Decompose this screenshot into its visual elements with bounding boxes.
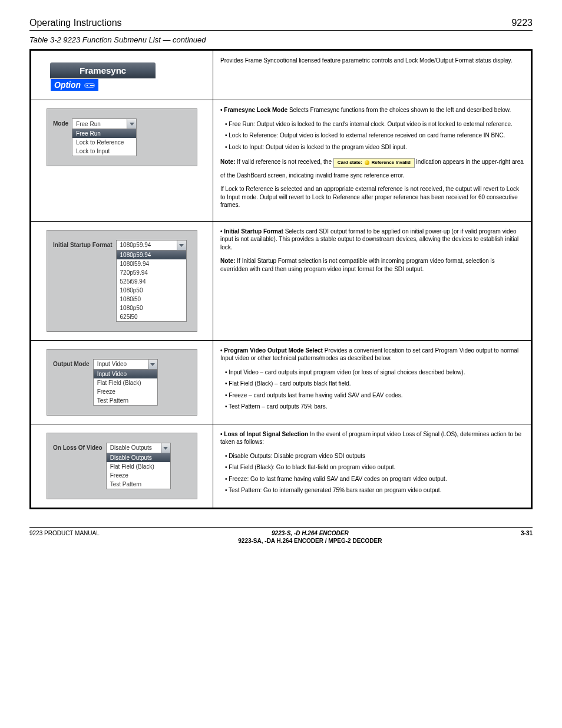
list-item[interactable]: 1080i59.94 bbox=[117, 259, 186, 268]
output-bullet-1: • Input Video – card outputs input progr… bbox=[220, 368, 524, 377]
startup-select[interactable]: 1080p59.94 bbox=[116, 240, 187, 251]
output-bullet-3: • Freeze – card outputs last frame havin… bbox=[220, 391, 524, 400]
svg-marker-5 bbox=[150, 363, 155, 366]
list-item[interactable]: Free Run bbox=[72, 129, 136, 138]
output-options[interactable]: Input Video Flat Field (Black) Freeze Te… bbox=[93, 370, 158, 406]
list-item[interactable]: Freeze bbox=[94, 387, 157, 396]
loss-label: On Loss Of Video bbox=[53, 443, 103, 451]
loss-cell: On Loss Of Video Disable Outputs Disable… bbox=[31, 424, 213, 508]
chevron-down-icon bbox=[148, 360, 157, 369]
mode-bullet-3: • Lock to Input: Output video is locked … bbox=[220, 143, 524, 151]
page-footer: 9223 PRODUCT MANUAL 9223-S, -D H.264 ENC… bbox=[29, 527, 533, 544]
list-item[interactable]: Flat Field (Black) bbox=[94, 378, 157, 387]
svg-marker-4 bbox=[179, 244, 184, 247]
loss-bullet-2: • Flat Field (Black): Go to black flat-f… bbox=[220, 463, 524, 472]
loss-bullet-1: • Disable Outputs: Disable program video… bbox=[220, 452, 524, 460]
card-state-label: Card state: bbox=[338, 160, 362, 166]
status-led-icon bbox=[365, 160, 369, 165]
loss-panel: On Loss Of Video Disable Outputs Disable… bbox=[47, 433, 197, 499]
loss-select[interactable]: Disable Outputs bbox=[106, 443, 171, 453]
banner-cell: Framesync Option bbox=[31, 50, 213, 100]
startup-selected: 1080p59.94 bbox=[117, 241, 177, 249]
loss-selected: Disable Outputs bbox=[107, 443, 161, 452]
list-item[interactable]: Lock to Reference bbox=[72, 138, 136, 147]
banner-desc-cell: Provides Frame Syncootional licensed fea… bbox=[213, 50, 532, 100]
key-icon bbox=[84, 82, 95, 89]
output-selected: Input Video bbox=[94, 360, 148, 368]
header-right: 9223 bbox=[511, 18, 533, 28]
startup-heading: • Initial Startup Format bbox=[220, 228, 283, 235]
mode-bullet-1: • Free Run: Output video is locked to th… bbox=[220, 120, 524, 129]
mode-desc-cell: • Framesync Lock Mode Selects Framesync … bbox=[213, 100, 532, 222]
list-item[interactable]: Test Pattern bbox=[107, 480, 170, 489]
startup-note: If Initial Startup Format selection is n… bbox=[220, 258, 495, 272]
page-header: Operating Instructions 9223 bbox=[29, 18, 533, 31]
startup-desc-cell: • Initial Startup Format Selects card SD… bbox=[213, 221, 532, 340]
svg-marker-3 bbox=[130, 123, 134, 126]
note-label: Note: bbox=[220, 258, 236, 264]
chevron-down-icon bbox=[127, 119, 136, 129]
output-bullet-2: • Flat Field (Black) – card outputs blac… bbox=[220, 380, 524, 388]
framesync-title: Framesync bbox=[50, 62, 156, 78]
mode-heading: • Framesync Lock Mode bbox=[220, 107, 287, 113]
list-item[interactable]: 720p59.94 bbox=[117, 268, 186, 277]
output-label: Output Mode bbox=[53, 359, 90, 367]
mode-selected: Free Run bbox=[72, 120, 127, 129]
list-item[interactable]: 525i59.94 bbox=[117, 277, 186, 286]
mode-label: Mode bbox=[53, 118, 68, 127]
list-item[interactable]: Freeze bbox=[107, 471, 170, 480]
output-heading: • Program Video Output Mode Select bbox=[220, 347, 323, 354]
svg-rect-2 bbox=[90, 85, 94, 86]
function-table: Framesync Option Provides Frame Syncooti… bbox=[29, 49, 533, 509]
footer-right: 3-31 bbox=[521, 530, 533, 536]
loss-bullet-4: • Test Pattern: Go to internally generat… bbox=[220, 486, 524, 495]
startup-cell: Initial Startup Format 1080p59.94 1080p5… bbox=[31, 221, 213, 340]
footer-center-1: 9223-S, -D H.264 ENCODER bbox=[100, 530, 521, 536]
output-cell: Output Mode Input Video Input Video Flat… bbox=[31, 340, 213, 424]
card-state-badge: Card state: Reference Invalid bbox=[333, 158, 415, 168]
table-caption: Table 3-2 9223 Function Submenu List — c… bbox=[29, 35, 533, 44]
card-state-value: Reference Invalid bbox=[372, 160, 411, 166]
mode-note-2: If Lock to Reference is selected and an … bbox=[220, 185, 524, 209]
option-label: Option bbox=[54, 80, 81, 90]
mode-desc: Selects Framesync functions from the cho… bbox=[289, 107, 511, 113]
list-item[interactable]: Disable Outputs bbox=[107, 453, 170, 462]
list-item[interactable]: 1080p50 bbox=[117, 304, 186, 312]
chevron-down-icon bbox=[177, 241, 186, 250]
loss-bullet-3: • Freeze: Go to last frame having valid … bbox=[220, 475, 524, 483]
note-label: Note: bbox=[220, 159, 236, 165]
startup-label: Initial Startup Format bbox=[53, 240, 113, 248]
list-item[interactable]: 1080p59.94 bbox=[117, 251, 186, 259]
chevron-down-icon bbox=[161, 443, 170, 453]
loss-desc-cell: • Loss of Input Signal Selection In the … bbox=[213, 424, 532, 508]
list-item[interactable]: Flat Field (Black) bbox=[107, 462, 170, 471]
svg-marker-6 bbox=[163, 447, 168, 450]
output-select[interactable]: Input Video bbox=[93, 359, 158, 370]
list-item[interactable]: Test Pattern bbox=[94, 396, 157, 405]
loss-heading: • Loss of Input Signal Selection bbox=[220, 431, 308, 437]
banner-desc: Provides Frame Syncootional licensed fea… bbox=[220, 57, 524, 65]
loss-options[interactable]: Disable Outputs Flat Field (Black) Freez… bbox=[106, 453, 171, 489]
header-left: Operating Instructions bbox=[29, 18, 122, 28]
list-item[interactable]: Lock to Input bbox=[72, 147, 136, 156]
svg-point-1 bbox=[87, 85, 88, 87]
mode-select[interactable]: Free Run bbox=[72, 118, 137, 129]
mode-bullet-2: • Lock to Reference: Output video is loc… bbox=[220, 131, 524, 140]
output-desc-cell: • Program Video Output Mode Select Provi… bbox=[213, 340, 532, 424]
list-item[interactable]: Input Video bbox=[94, 370, 157, 378]
list-item[interactable]: 1080p50 bbox=[117, 286, 186, 295]
output-panel: Output Mode Input Video Input Video Flat… bbox=[47, 349, 197, 416]
framesync-banner: Framesync Option bbox=[50, 62, 156, 91]
output-bullet-4: • Test Pattern – card outputs 75% bars. bbox=[220, 403, 524, 411]
startup-panel: Initial Startup Format 1080p59.94 1080p5… bbox=[47, 230, 197, 332]
mode-note-a: If valid reference is not received, the bbox=[237, 159, 333, 165]
startup-options[interactable]: 1080p59.94 1080i59.94 720p59.94 525i59.9… bbox=[116, 251, 187, 322]
mode-options[interactable]: Free Run Lock to Reference Lock to Input bbox=[72, 129, 137, 156]
list-item[interactable]: 1080i50 bbox=[117, 295, 186, 304]
footer-center-2: 9223-SA, -DA H.264 ENCODER / MPEG-2 DECO… bbox=[100, 538, 521, 544]
footer-left: 9223 PRODUCT MANUAL bbox=[29, 530, 100, 536]
list-item[interactable]: 625i50 bbox=[117, 312, 186, 321]
mode-panel: Mode Free Run Free Run Lock to Reference… bbox=[47, 108, 197, 166]
mode-cell: Mode Free Run Free Run Lock to Reference… bbox=[31, 100, 213, 222]
option-badge: Option bbox=[50, 78, 99, 91]
